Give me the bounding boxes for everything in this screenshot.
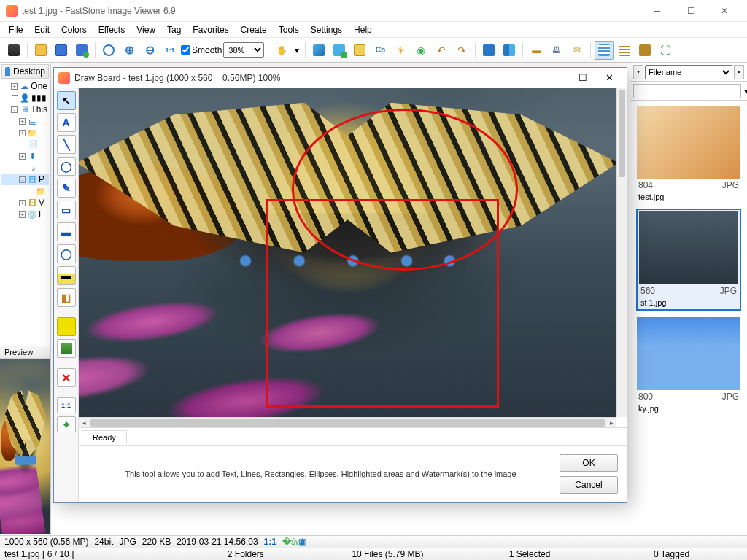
tree-item[interactable]: ♪ xyxy=(1,162,49,174)
watermark-tool[interactable] xyxy=(57,339,76,358)
text-tool[interactable]: A xyxy=(57,113,76,132)
crop-icon[interactable] xyxy=(309,41,328,60)
app-icon xyxy=(6,5,18,17)
menu-edit[interactable]: Edit xyxy=(28,23,55,37)
sort-dir[interactable]: • xyxy=(734,65,744,79)
menu-create[interactable]: Create xyxy=(235,23,273,37)
draw-maximize-button[interactable]: ☐ xyxy=(570,69,596,88)
filter-dropdown[interactable]: ▾ xyxy=(744,86,747,96)
maximize-button[interactable]: ☐ xyxy=(674,0,708,22)
delete-tool[interactable]: ✕ xyxy=(57,368,76,387)
menu-settings[interactable]: Settings xyxy=(305,23,348,37)
highlight-tool[interactable]: ▬ xyxy=(57,266,76,285)
open-icon[interactable] xyxy=(31,41,50,60)
tree-header[interactable]: Desktop xyxy=(1,64,49,79)
tree-item[interactable]: -🖼P xyxy=(1,174,49,185)
tree-item[interactable]: +🖴 xyxy=(1,115,49,127)
draw-board-window: Draw Board - test 1.jpg (1000 x 560 = 0.… xyxy=(53,67,627,503)
view-list-icon[interactable] xyxy=(615,41,634,60)
tree-item[interactable]: +👤▮▮▮ xyxy=(1,92,49,104)
history-dropdown[interactable]: ▾ xyxy=(633,65,643,79)
resize-icon[interactable] xyxy=(330,41,349,60)
pencil-tool[interactable]: ✎ xyxy=(57,179,76,198)
save-icon[interactable] xyxy=(52,41,71,60)
info-icon[interactable]: ▣ xyxy=(298,537,309,547)
rect-annotation[interactable] xyxy=(266,199,499,408)
tree-item[interactable]: +🎞V xyxy=(1,197,49,209)
tree-item[interactable]: 📄 xyxy=(1,139,49,150)
email-icon[interactable]: ✉ xyxy=(568,41,587,60)
adjust-light-icon[interactable]: ☀ xyxy=(391,41,410,60)
fillrect-tool[interactable]: ▬ xyxy=(57,222,76,241)
menu-effects[interactable]: Effects xyxy=(93,23,131,37)
fg-color[interactable] xyxy=(57,317,76,336)
zoom-actual-icon[interactable]: 1:1 xyxy=(160,41,179,60)
saveas-icon[interactable] xyxy=(72,41,91,60)
tree-item[interactable]: +💿L xyxy=(1,209,49,220)
filter-input[interactable] xyxy=(633,84,741,98)
right-panel: ▾ Filename • ▾ 🗑 804JPG test.jpg 560JPG … xyxy=(630,63,747,535)
draw-toolbox: ↖ A ╲ ◯ ✎ ▭ ▬ ◯ ▬ ◧ ✕ 1:1 ✥ xyxy=(54,88,79,502)
fullscreen-icon[interactable]: ⛶ xyxy=(656,41,675,60)
hand-dropdown[interactable]: ▾ xyxy=(293,41,301,60)
histogram-icon[interactable]: �świ xyxy=(282,537,293,547)
tree-item[interactable]: +☁One xyxy=(1,80,49,92)
draw-close-button[interactable]: ✕ xyxy=(596,69,622,88)
thumbnail-item[interactable]: 800JPG ky.jpg xyxy=(636,316,741,414)
menu-help[interactable]: Help xyxy=(348,23,378,37)
print-icon[interactable]: 🖶 xyxy=(547,41,566,60)
sort-select[interactable]: Filename xyxy=(645,65,732,79)
cancel-button[interactable]: Cancel xyxy=(560,476,618,494)
zoom-in-icon[interactable]: ⊕ xyxy=(120,41,139,60)
view-thumbs-icon[interactable] xyxy=(595,41,614,60)
zoom-fit-icon[interactable] xyxy=(99,41,118,60)
ok-button[interactable]: OK xyxy=(560,454,618,472)
compare-icon[interactable] xyxy=(500,41,519,60)
tree-item[interactable]: +⬇ xyxy=(1,150,49,162)
tree-item[interactable]: +📁 xyxy=(1,127,49,139)
menu-file[interactable]: File xyxy=(3,23,28,37)
pointer-tool[interactable]: ↖ xyxy=(57,91,76,110)
tree-item[interactable]: -🖥This xyxy=(1,104,49,115)
preview-image[interactable] xyxy=(0,359,50,534)
rect-tool[interactable]: ▭ xyxy=(57,201,76,219)
draw-titlebar[interactable]: Draw Board - test 1.jpg (1000 x 560 = 0.… xyxy=(54,68,627,88)
hand-icon[interactable]: ✋ xyxy=(272,41,291,60)
main-titlebar: test 1.jpg - FastStone Image Viewer 6.9 … xyxy=(0,0,747,22)
slideshow-icon[interactable] xyxy=(479,41,498,60)
draw-app-icon xyxy=(58,72,70,84)
menu-favorites[interactable]: Favorites xyxy=(187,23,234,37)
view-single-icon[interactable] xyxy=(635,41,654,60)
ellipse-tool[interactable]: ◯ xyxy=(57,244,76,263)
canvas-icon[interactable] xyxy=(350,41,369,60)
menu-tools[interactable]: Tools xyxy=(273,23,305,37)
rotate-right-icon[interactable]: ↷ xyxy=(452,41,471,60)
menu-view[interactable]: View xyxy=(131,23,161,37)
eraser-tool[interactable]: ◧ xyxy=(57,288,76,307)
zoom-select[interactable]: 38% xyxy=(223,42,264,58)
zoom-11-tool[interactable]: 1:1 xyxy=(57,397,76,413)
line-tool[interactable]: ╲ xyxy=(57,135,76,154)
desktop-icon xyxy=(5,67,10,76)
scan-icon[interactable]: ▬ xyxy=(527,41,546,60)
draw-hscrollbar[interactable]: ◂▸ xyxy=(79,417,616,427)
menu-tag[interactable]: Tag xyxy=(161,23,187,37)
acquire-icon[interactable] xyxy=(4,41,23,60)
close-button[interactable]: ✕ xyxy=(708,0,741,22)
thumbnail-item[interactable]: 560JPG st 1.jpg xyxy=(636,209,741,311)
fit-tool[interactable]: ✥ xyxy=(57,416,76,432)
tree-item[interactable]: 📁 xyxy=(1,185,49,197)
adjust-color-icon[interactable]: ◉ xyxy=(411,41,430,60)
minimize-button[interactable]: ─ xyxy=(640,0,674,22)
text-icon[interactable]: Cb xyxy=(371,41,390,60)
draw-vscrollbar[interactable] xyxy=(616,88,627,417)
draw-title-text: Draw Board - test 1.jpg (1000 x 560 = 0.… xyxy=(74,73,281,83)
lasso-tool[interactable]: ◯ xyxy=(57,157,76,176)
smooth-checkbox[interactable]: Smooth xyxy=(181,45,222,55)
menu-colors[interactable]: Colors xyxy=(55,23,93,37)
rotate-left-icon[interactable]: ↶ xyxy=(432,41,451,60)
zoom-out-icon[interactable]: ⊖ xyxy=(140,41,159,60)
draw-canvas[interactable] xyxy=(79,88,616,417)
thumbnail-item[interactable]: 804JPG test.jpg xyxy=(636,105,741,203)
window-title: test 1.jpg - FastStone Image Viewer 6.9 xyxy=(22,6,176,16)
